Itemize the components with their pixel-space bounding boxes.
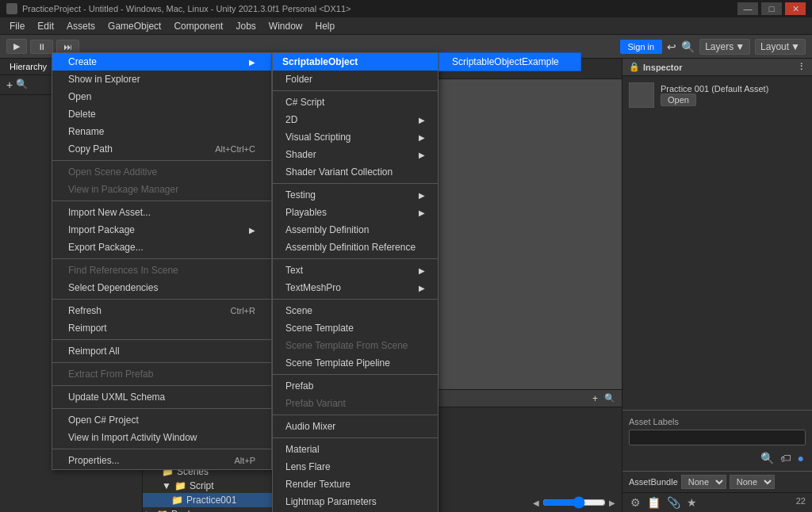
menu-edit[interactable]: Edit [31,19,60,33]
labels-blue-icon[interactable]: ● [796,452,806,464]
cm2-lightmap-params[interactable]: Lightmap Parameters [273,493,438,510]
assetbundle-variant-select[interactable]: None [730,475,775,489]
cm1-update-uxml[interactable]: Update UXML Schema [52,388,271,406]
inspector-icon-3[interactable]: 📎 [665,496,682,509]
cm2-lens-flare[interactable]: Lens Flare [273,458,438,476]
cm2-text[interactable]: Text ▶ [273,262,438,279]
sign-in-button[interactable]: Sign in [620,40,663,54]
cm2-shader-variant[interactable]: Shader Variant Collection [273,163,438,181]
history-icon[interactable]: ↩ [667,40,676,53]
context-menu-1: Create ▶ Show in Explorer Open Delete Re… [52,52,272,470]
cm2-visual-scripting[interactable]: Visual Scripting ▶ [273,128,438,146]
context-menu-2: ScriptableObject Folder C# Script 2D ▶ V… [272,52,439,512]
labels-search-icon[interactable]: 🔍 [759,452,776,464]
hierarchy-add-icon[interactable]: + [6,78,13,91]
cm1-properties[interactable]: Properties... Alt+P [52,452,271,469]
packages-arrow-icon: ▶ [146,509,153,512]
asset-labels-tags[interactable] [629,430,806,445]
step-button[interactable]: ⏭ [56,40,79,54]
cm1-open-csharp[interactable]: Open C# Project [52,411,271,429]
cm2-tmp-arrow: ▶ [419,284,425,292]
cm1-create[interactable]: Create ▶ [52,53,271,71]
project-item-practice001[interactable]: 📁 Practice001 [143,493,285,507]
cm1-import-package[interactable]: Import Package ▶ [52,221,271,239]
project-item-packages[interactable]: ▶ 📁 Packages [143,507,285,512]
cm2-assembly-def[interactable]: Assembly Definition [273,221,438,239]
title-bar-text: PracticeProject - Untitled - Windows, Ma… [22,4,351,13]
packages-label: Packages [171,509,213,512]
cm2-render-texture[interactable]: Render Texture [273,476,438,493]
tab-hierarchy[interactable]: Hierarchy [0,59,57,75]
menu-gameobject[interactable]: GameObject [102,19,167,33]
menu-component[interactable]: Component [167,19,229,33]
asset-icon [629,82,654,108]
asset-labels-icons: 🔍 🏷 ● [629,452,806,464]
inspector-icon-2[interactable]: 📋 [645,496,662,509]
inspector-icon-1[interactable]: ⚙ [629,496,642,509]
cm2-shader[interactable]: Shader ▶ [273,146,438,163]
cm2-material[interactable]: Material [273,441,438,458]
zoom-slider[interactable] [542,496,606,509]
cm1-import-new-asset[interactable]: Import New Asset... [52,204,271,221]
title-bar-left: PracticeProject - Untitled - Windows, Ma… [6,3,351,14]
cm1-import-package-arrow: ▶ [249,226,255,235]
cm2-audio-mixer[interactable]: Audio Mixer [273,418,438,435]
layers-dropdown[interactable]: Layers ▼ [699,39,750,55]
cm2-assembly-def-ref[interactable]: Assembly Definition Reference [273,239,438,256]
inspector-content: Practice 001 (Default Asset) Open [622,76,812,250]
cm1-sep7 [52,385,271,386]
inspector-header: 🔒 Inspector ⋮ [622,59,812,76]
cm1-sep8 [52,408,271,409]
assetbundle-name-select[interactable]: None [681,475,726,489]
hierarchy-search-icon[interactable]: 🔍 [16,78,28,91]
asset-bundle-row: AssetBundle None None [629,475,806,489]
labels-tag-icon[interactable]: 🏷 [779,452,793,464]
slider-icon: ◀ [533,499,539,507]
cm1-reimport[interactable]: Reimport [52,319,271,337]
play-button[interactable]: ▶ [6,39,27,54]
cm2-testing[interactable]: Testing ▶ [273,186,438,204]
unity-icon [6,3,17,14]
menu-help[interactable]: Help [309,19,342,33]
menu-window[interactable]: Window [262,19,309,33]
cm2-scene-template[interactable]: Scene Template [273,319,438,337]
pause-button[interactable]: ⏸ [30,40,53,54]
cm1-refresh[interactable]: Refresh Ctrl+R [52,302,271,319]
project-item-script[interactable]: ▼ 📁 Script [143,479,285,493]
project-add-icon[interactable]: + [592,393,598,404]
cm1-show-explorer[interactable]: Show in Explorer [52,71,271,88]
minimize-button[interactable]: — [737,2,758,15]
cm2-scene-template-pipeline[interactable]: Scene Template Pipeline [273,354,438,372]
cm2-2d-arrow: ▶ [419,116,425,124]
project-search-icon[interactable]: 🔍 [604,393,615,403]
search-icon[interactable]: 🔍 [681,40,695,53]
inspector-menu-icon[interactable]: ⋮ [797,62,806,72]
cm1-import-activity[interactable]: View in Import Activity Window [52,429,271,446]
cm2-sep4 [273,374,438,375]
cm1-select-deps[interactable]: Select Dependencies [52,279,271,296]
cm2-playables[interactable]: Playables ▶ [273,204,438,221]
cm1-reimport-all[interactable]: Reimport All [52,342,271,360]
cm2-csharp[interactable]: C# Script [273,94,438,111]
cm1-export-package[interactable]: Export Package... [52,239,271,256]
cm1-rename[interactable]: Rename [52,123,271,140]
cm2-scene[interactable]: Scene [273,302,438,319]
layout-dropdown[interactable]: Layout ▼ [755,39,806,55]
cm1-delete[interactable]: Delete [52,105,271,123]
inspector-icon-4[interactable]: ★ [685,496,699,509]
menu-assets[interactable]: Assets [60,19,102,33]
close-button[interactable]: ✕ [785,2,806,15]
cm1-copy-path[interactable]: Copy Path Alt+Ctrl+C [52,140,271,158]
menu-jobs[interactable]: Jobs [229,19,262,33]
open-button[interactable]: Open [661,94,696,106]
inspector-bottom-icons: ⚙ 📋 📎 ★ 22 [622,492,812,512]
cm2-prefab[interactable]: Prefab [273,377,438,395]
cm2-2d[interactable]: 2D ▶ [273,111,438,128]
maximize-button[interactable]: □ [761,2,782,15]
lock-icon[interactable]: 🔒 [629,62,640,72]
cm1-sep5 [52,339,271,340]
cm2-textmeshpro[interactable]: TextMeshPro ▶ [273,279,438,296]
cm2-folder[interactable]: Folder [273,71,438,88]
cm1-open[interactable]: Open [52,88,271,105]
menu-file[interactable]: File [3,19,31,33]
